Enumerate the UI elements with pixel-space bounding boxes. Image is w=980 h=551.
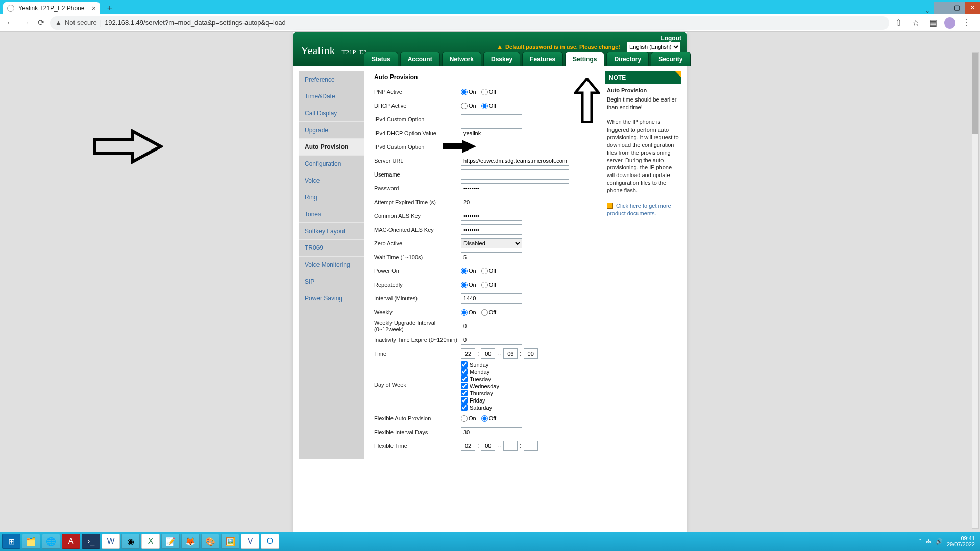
tray-clock[interactable]: 09:41 29/07/2022 <box>947 535 975 547</box>
chrome-icon[interactable]: ◉ <box>121 534 140 549</box>
reload-button[interactable]: ⟳ <box>35 17 47 29</box>
sidebar-item-time-date[interactable]: Time&Date <box>299 88 364 105</box>
url-field[interactable]: ▲ Not secure | 192.168.1.49/servlet?m=mo… <box>50 16 889 30</box>
forward-button[interactable]: → <box>19 17 32 29</box>
panel-icon[interactable]: ▤ <box>927 17 939 29</box>
weekly-off-radio[interactable] <box>481 309 488 316</box>
tab-directory[interactable]: Directory <box>606 52 649 66</box>
repeat-off-radio[interactable] <box>481 282 488 288</box>
photos-icon[interactable]: 🖼️ <box>221 534 239 549</box>
paint-icon[interactable]: 🎨 <box>201 534 219 549</box>
day-thursday-checkbox[interactable] <box>461 390 468 396</box>
day-friday[interactable]: Friday <box>461 397 499 404</box>
tab-features[interactable]: Features <box>522 52 563 66</box>
flex-days-input[interactable] <box>461 427 522 437</box>
visio-icon[interactable]: V <box>241 534 259 549</box>
back-button[interactable]: ← <box>4 17 16 29</box>
tab-status[interactable]: Status <box>364 52 398 66</box>
star-icon[interactable]: ☆ <box>910 17 922 29</box>
system-tray[interactable]: ˄ 🖧 🔊 09:41 29/07/2022 <box>919 535 978 547</box>
notepad-icon[interactable]: 📝 <box>161 534 180 549</box>
tab-dsskey[interactable]: Dsskey <box>483 52 520 66</box>
day-sunday-checkbox[interactable] <box>461 361 468 368</box>
word-icon[interactable]: W <box>102 534 120 549</box>
weekly-on-radio[interactable] <box>461 309 468 316</box>
browser-tab-active[interactable]: Yealink T21P_E2 Phone × <box>3 2 100 14</box>
day-friday-checkbox[interactable] <box>461 397 468 404</box>
password-input[interactable] <box>461 183 569 193</box>
tray-chevron-icon[interactable]: ˄ <box>919 538 922 545</box>
sidebar-item-softkey-layout[interactable]: Softkey Layout <box>299 223 364 240</box>
attempt-time-input[interactable] <box>461 197 522 207</box>
tab-security[interactable]: Security <box>651 52 690 66</box>
sidebar-item-upgrade[interactable]: Upgrade <box>299 122 364 139</box>
server-url-input[interactable] <box>461 156 569 166</box>
day-thursday[interactable]: Thursday <box>461 390 499 396</box>
flex-from-hour-input[interactable] <box>461 441 475 451</box>
language-select[interactable]: English (English) <box>627 42 680 52</box>
sidebar-item-tones[interactable]: Tones <box>299 206 364 223</box>
close-window-button[interactable]: ✕ <box>965 2 980 14</box>
tab-network[interactable]: Network <box>442 52 481 66</box>
sidebar-item-preference[interactable]: Preference <box>299 71 364 88</box>
flex-to-hour-input[interactable] <box>503 441 518 451</box>
time-to-min-input[interactable] <box>524 348 538 359</box>
tray-network-icon[interactable]: 🖧 <box>926 538 932 544</box>
docs-link[interactable]: Click here to get more product documents… <box>607 203 671 216</box>
new-tab-button[interactable]: + <box>104 3 115 14</box>
scrollbar[interactable] <box>972 52 979 529</box>
ipv4-custom-input[interactable] <box>461 114 522 124</box>
day-tuesday[interactable]: Tuesday <box>461 375 499 382</box>
day-saturday[interactable]: Saturday <box>461 404 499 411</box>
powershell-icon[interactable]: ›_ <box>82 534 100 549</box>
mac-aes-input[interactable] <box>461 224 522 235</box>
sidebar-item-auto-provision[interactable]: Auto Provision <box>299 139 364 156</box>
firefox-icon[interactable]: 🦊 <box>181 534 200 549</box>
menu-icon[interactable]: ⋮ <box>961 17 973 29</box>
share-icon[interactable]: ⇧ <box>892 17 904 29</box>
time-from-hour-input[interactable] <box>461 348 475 359</box>
sidebar-item-sip[interactable]: SIP <box>299 273 364 290</box>
sidebar-item-voice-monitoring[interactable]: Voice Monitoring <box>299 257 364 273</box>
day-saturday-checkbox[interactable] <box>461 404 468 411</box>
file-explorer-icon[interactable]: 🗂️ <box>22 534 40 549</box>
time-from-min-input[interactable] <box>481 348 495 359</box>
zero-active-select[interactable]: Disabled <box>461 238 522 248</box>
day-wednesday-checkbox[interactable] <box>461 383 468 389</box>
poweron-off-radio[interactable] <box>481 268 488 274</box>
caret-down-icon[interactable]: ⌄ <box>921 7 934 14</box>
sidebar-item-tr069[interactable]: TR069 <box>299 240 364 257</box>
sidebar-item-voice[interactable]: Voice <box>299 172 364 189</box>
dhcp-on-radio[interactable] <box>461 103 468 109</box>
interval-input[interactable] <box>461 293 522 304</box>
flex-to-min-input[interactable] <box>524 441 538 451</box>
pnp-on-radio[interactable] <box>461 89 468 95</box>
poweron-on-radio[interactable] <box>461 268 468 274</box>
common-aes-input[interactable] <box>461 211 522 221</box>
day-monday-checkbox[interactable] <box>461 368 468 375</box>
pdf-icon[interactable]: A <box>62 534 80 549</box>
day-sunday[interactable]: Sunday <box>461 361 499 368</box>
profile-avatar[interactable] <box>944 17 955 29</box>
sidebar-item-configuration[interactable]: Configuration <box>299 156 364 172</box>
sidebar-item-power-saving[interactable]: Power Saving <box>299 290 364 307</box>
logout-link[interactable]: Logout <box>660 35 681 42</box>
day-wednesday[interactable]: Wednesday <box>461 383 499 389</box>
day-monday[interactable]: Monday <box>461 368 499 375</box>
wait-time-input[interactable] <box>461 252 522 262</box>
minimize-button[interactable]: — <box>934 2 949 14</box>
flex-off-radio[interactable] <box>481 415 488 422</box>
tab-account[interactable]: Account <box>400 52 440 66</box>
ie-icon[interactable]: 🌐 <box>42 534 60 549</box>
repeat-on-radio[interactable] <box>461 282 468 288</box>
sidebar-item-ring[interactable]: Ring <box>299 189 364 206</box>
time-to-hour-input[interactable] <box>503 348 518 359</box>
username-input[interactable] <box>461 169 569 180</box>
outlook-icon[interactable]: O <box>261 534 279 549</box>
tab-settings[interactable]: Settings <box>565 52 604 66</box>
flex-from-min-input[interactable] <box>481 441 495 451</box>
ipv6-custom-input[interactable] <box>461 142 522 152</box>
day-tuesday-checkbox[interactable] <box>461 375 468 382</box>
dhcp-off-radio[interactable] <box>481 103 488 109</box>
excel-icon[interactable]: X <box>141 534 160 549</box>
